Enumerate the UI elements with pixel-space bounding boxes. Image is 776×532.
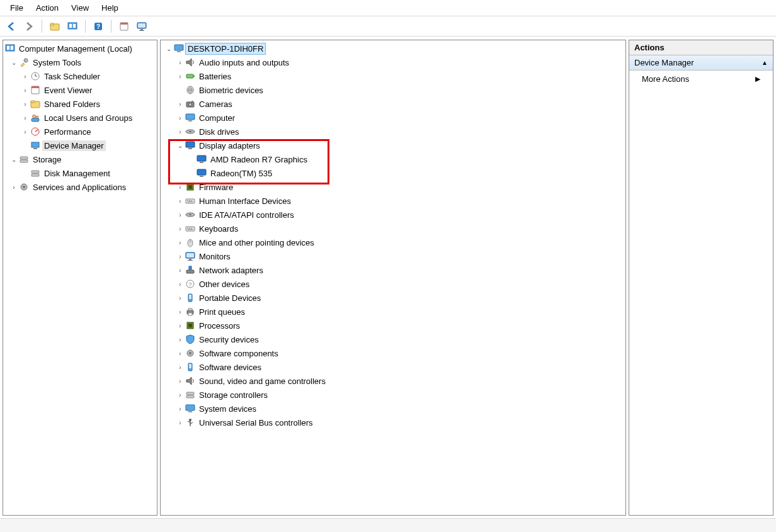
device-node-print-queues[interactable]: ›Print queues bbox=[161, 305, 625, 319]
menu-help[interactable]: Help bbox=[95, 1, 125, 14]
tree-node-services-apps[interactable]: › Services and Applications bbox=[3, 180, 157, 194]
scope-tree-pane[interactable]: Computer Management (Local) ⌄ System Too… bbox=[3, 40, 157, 516]
expander-icon[interactable]: › bbox=[176, 390, 185, 399]
display-icon bbox=[185, 140, 195, 150]
properties-button[interactable] bbox=[117, 19, 132, 34]
tree-node-disk-management[interactable]: Disk Management bbox=[3, 166, 157, 180]
device-node-sw-devices[interactable]: ›Software devices bbox=[161, 360, 625, 374]
expander-icon[interactable]: › bbox=[176, 113, 185, 122]
expander-icon[interactable]: › bbox=[176, 307, 185, 316]
refresh-button[interactable] bbox=[134, 19, 149, 34]
camera-icon bbox=[185, 99, 195, 109]
device-node-sound[interactable]: ›Sound, video and game controllers bbox=[161, 374, 625, 388]
expander-icon[interactable]: › bbox=[176, 196, 185, 205]
device-node-sw-components[interactable]: ›Software components bbox=[161, 346, 625, 360]
tree-node-root[interactable]: Computer Management (Local) bbox=[3, 42, 157, 55]
device-node-ide[interactable]: ›IDE ATA/ATAPI controllers bbox=[161, 208, 625, 222]
device-node-audio[interactable]: ›Audio inputs and outputs bbox=[161, 55, 625, 69]
device-node-computer[interactable]: ›Computer bbox=[161, 111, 625, 125]
tree-node-local-users[interactable]: › Local Users and Groups bbox=[3, 111, 157, 125]
forward-button[interactable] bbox=[21, 19, 37, 34]
tree-node-system-tools[interactable]: ⌄ System Tools bbox=[3, 55, 157, 69]
node-label: Performance bbox=[42, 127, 93, 137]
device-node-display-adapters[interactable]: ⌄Display adapters bbox=[161, 139, 625, 152]
device-node-biometric[interactable]: Biometric devices bbox=[161, 83, 625, 97]
expander-icon[interactable]: › bbox=[176, 72, 185, 81]
device-tree-pane[interactable]: ⌄ DESKTOP-1DIH0FR ›Audio inputs and outp… bbox=[160, 40, 626, 516]
expander-icon[interactable]: › bbox=[176, 349, 185, 358]
device-node-system-devices[interactable]: ›System devices bbox=[161, 402, 625, 416]
services-icon bbox=[19, 182, 29, 192]
node-label: Audio inputs and outputs bbox=[197, 57, 291, 68]
expander-icon[interactable]: › bbox=[21, 86, 30, 94]
expander-icon[interactable]: › bbox=[176, 363, 185, 371]
device-node-root[interactable]: ⌄ DESKTOP-1DIH0FR bbox=[161, 42, 625, 55]
expander-icon[interactable]: › bbox=[176, 376, 185, 385]
tree-node-device-manager[interactable]: Device Manager bbox=[3, 139, 157, 152]
expander-icon[interactable]: › bbox=[176, 266, 185, 274]
device-node-keyboards[interactable]: ›Keyboards bbox=[161, 222, 625, 235]
folder-icon bbox=[50, 21, 60, 31]
back-button[interactable] bbox=[4, 19, 19, 34]
device-node-usb[interactable]: ›Universal Serial Bus controllers bbox=[161, 416, 625, 429]
expander-icon[interactable]: › bbox=[176, 418, 185, 427]
tree-node-storage[interactable]: ⌄ Storage bbox=[3, 152, 157, 166]
device-node-hid[interactable]: ›Human Interface Devices bbox=[161, 194, 625, 208]
tree-node-performance[interactable]: › Performance bbox=[3, 125, 157, 139]
up-button[interactable] bbox=[47, 19, 62, 34]
tree-node-shared-folders[interactable]: › Shared Folders bbox=[3, 97, 157, 111]
expander-icon[interactable]: › bbox=[21, 72, 30, 81]
menu-action[interactable]: Action bbox=[30, 1, 65, 14]
device-node-radeon-535[interactable]: Radeon(TM) 535 bbox=[161, 166, 625, 180]
device-node-processors[interactable]: ›Processors bbox=[161, 319, 625, 332]
expander-icon[interactable]: › bbox=[176, 238, 185, 247]
expander-icon[interactable]: › bbox=[21, 113, 30, 122]
help-button[interactable] bbox=[91, 19, 106, 34]
device-node-other[interactable]: ›Other devices bbox=[161, 277, 625, 291]
expander-icon[interactable]: › bbox=[176, 335, 185, 344]
expander-icon[interactable]: › bbox=[176, 224, 185, 233]
device-node-amd-radeon[interactable]: AMD Radeon R7 Graphics bbox=[161, 152, 625, 166]
expander-icon[interactable]: ⌄ bbox=[164, 44, 173, 53]
expander-icon[interactable]: › bbox=[176, 210, 185, 219]
expander-icon[interactable]: › bbox=[176, 183, 185, 191]
tree-node-event-viewer[interactable]: › Event Viewer bbox=[3, 83, 157, 97]
expander-icon[interactable]: › bbox=[9, 183, 18, 191]
expander-icon[interactable]: › bbox=[21, 127, 30, 136]
actions-more-actions[interactable]: More Actions ▶ bbox=[629, 71, 773, 88]
device-node-network[interactable]: ›Network adapters bbox=[161, 263, 625, 277]
expander-icon[interactable]: › bbox=[176, 58, 185, 67]
device-node-security[interactable]: ›Security devices bbox=[161, 332, 625, 346]
other-icon bbox=[185, 279, 195, 289]
expander-icon[interactable]: › bbox=[176, 280, 185, 288]
expander-icon[interactable]: › bbox=[176, 99, 185, 108]
actions-section-header[interactable]: Device Manager ▲ bbox=[629, 55, 773, 71]
node-label: Disk Management bbox=[42, 168, 112, 179]
expander-icon[interactable]: ⌄ bbox=[9, 58, 18, 67]
expander-icon[interactable]: › bbox=[176, 252, 185, 261]
computer-icon bbox=[174, 43, 184, 54]
node-label: Event Viewer bbox=[42, 85, 94, 96]
device-node-firmware[interactable]: ›Firmware bbox=[161, 180, 625, 194]
device-node-monitors[interactable]: ›Monitors bbox=[161, 249, 625, 263]
menubar: File Action View Help bbox=[0, 0, 776, 16]
device-node-batteries[interactable]: ›Batteries bbox=[161, 69, 625, 83]
monitor-icon bbox=[137, 21, 147, 31]
menu-view[interactable]: View bbox=[65, 1, 95, 14]
device-node-mice[interactable]: ›Mice and other pointing devices bbox=[161, 235, 625, 249]
expander-icon[interactable]: › bbox=[176, 127, 185, 136]
expander-icon[interactable]: › bbox=[176, 293, 185, 302]
device-node-storage-ctrl[interactable]: ›Storage controllers bbox=[161, 388, 625, 402]
expander-icon[interactable]: › bbox=[176, 404, 185, 413]
expander-icon[interactable]: › bbox=[176, 321, 185, 330]
expander-icon[interactable]: ⌄ bbox=[9, 155, 18, 164]
expander-icon[interactable]: › bbox=[21, 99, 30, 108]
device-node-disk-drives[interactable]: ›Disk drives bbox=[161, 125, 625, 139]
collapse-icon[interactable]: ▲ bbox=[762, 59, 768, 66]
device-node-portable[interactable]: ›Portable Devices bbox=[161, 291, 625, 305]
menu-file[interactable]: File bbox=[4, 1, 30, 14]
tree-node-task-scheduler[interactable]: › Task Scheduler bbox=[3, 69, 157, 83]
device-node-cameras[interactable]: ›Cameras bbox=[161, 97, 625, 111]
expander-icon[interactable]: ⌄ bbox=[176, 141, 185, 150]
show-hide-console-button[interactable] bbox=[65, 19, 80, 34]
